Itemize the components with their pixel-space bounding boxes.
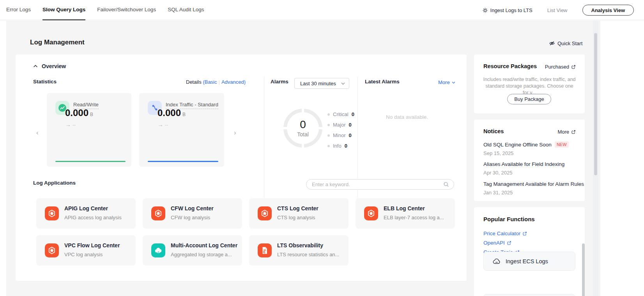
stat-trend: →-- (157, 121, 168, 128)
log-management-page: Error Logs Slow Query Logs Failover/Swit… (0, 0, 644, 296)
topbar-actions: Ingest Logs to LTS List View Analysis Vi… (482, 0, 634, 20)
alarm-time-range-value: Last 30 minutes (300, 81, 336, 86)
latest-alarms-empty-text: No data available. (386, 114, 428, 120)
alarm-total-value: 0 (300, 119, 306, 130)
app-card-cts-log-center[interactable]: CTS Log Center CTS log analysis (249, 198, 349, 229)
stat-accent-line (55, 161, 126, 162)
alarm-total: 0 Total (283, 109, 322, 148)
notices-more-link[interactable]: More (557, 129, 576, 135)
app-desc: LTS resource statistics an... (277, 252, 343, 257)
app-desc: VPC log analysis (64, 252, 131, 257)
overview-collapse-toggle[interactable]: Overview (33, 63, 66, 69)
app-title: LTS Observability (277, 242, 323, 248)
external-link-icon (571, 130, 576, 134)
tab-slow-query-logs[interactable]: Slow Query Logs (42, 0, 85, 20)
alarms-label: Alarms (271, 79, 288, 85)
analysis-view-toggle[interactable]: Analysis View (582, 5, 634, 16)
notice-date: Jan 31, 2025 (483, 190, 577, 196)
top-tab-bar: Error Logs Slow Query Logs Failover/Swit… (0, 0, 644, 20)
details-advanced-link[interactable]: Advanced) (221, 79, 246, 85)
popular-functions-scrollbar[interactable] (582, 243, 585, 296)
app-desc: APIG access log analysis (64, 215, 131, 220)
log-type-tabs: Error Logs Slow Query Logs Failover/Swit… (6, 0, 204, 20)
hexagon-star-icon (364, 206, 378, 220)
app-card-vpc-flow-log-center[interactable]: VPC Flow Log Center VPC log analysis (36, 235, 136, 266)
quick-item-partial[interactable] (483, 294, 575, 296)
app-card-multi-account-log-center[interactable]: Multi-Account Log Center Aggregated log … (143, 235, 242, 266)
buy-package-button[interactable]: Buy Package (507, 94, 551, 104)
stat-unit: B (182, 112, 186, 117)
quick-start-toggle[interactable]: Quick Start (549, 40, 582, 46)
cloud-outline-icon (492, 258, 501, 265)
notice-item[interactable]: Aliases Available for Field Indexing Apr… (483, 161, 577, 176)
gear-icon (482, 7, 488, 13)
resource-packages-description: Includes read/write traffic, index traff… (483, 76, 576, 96)
ingest-logs-to-lts-link[interactable]: Ingest Logs to LTS (482, 7, 533, 13)
app-card-elb-log-center[interactable]: ELB Log Center ELB layer-7 access log a.… (356, 198, 455, 229)
app-title: CTS Log Center (277, 205, 318, 211)
search-input[interactable] (306, 181, 443, 187)
legend-dot (327, 113, 330, 116)
page-scrollbar[interactable] (594, 33, 597, 175)
app-card-cfw-log-center[interactable]: CFW Log Center CFW log analysis (143, 198, 242, 229)
chevron-down-icon (452, 81, 455, 84)
statistics-label: Statistics (33, 79, 57, 85)
latest-alarms-label: Latest Alarms (365, 79, 400, 85)
app-card-apig-log-center[interactable]: APIG Log Center APIG access log analysis (36, 198, 136, 229)
carousel-left-arrow[interactable]: ‹ (36, 129, 39, 137)
tab-failover-switchover-logs[interactable]: Failover/Switchover Logs (97, 0, 156, 20)
notice-title-text: Old SQL Engine Offline Soon (483, 142, 552, 148)
new-badge: NEW (555, 141, 569, 148)
app-title: Multi-Account Log Center (171, 242, 237, 248)
eye-off-icon (549, 40, 555, 46)
hexagon-star-icon (45, 206, 59, 220)
chevron-down-icon (341, 82, 345, 85)
alarm-time-range-select[interactable]: Last 30 minutes (294, 78, 349, 89)
list-view-toggle[interactable]: List View (547, 7, 568, 13)
notice-item[interactable]: Old SQL Engine Offline Soon NEW Sep 15, … (483, 141, 577, 156)
purchased-link[interactable]: Purchased (545, 64, 576, 70)
app-title: VPC Flow Log Center (64, 242, 120, 248)
search-icon[interactable] (443, 181, 449, 187)
app-title: APIG Log Center (64, 205, 108, 211)
legend-item-major: Major 0 (327, 122, 354, 128)
legend-item-critical: Critical 0 (327, 111, 354, 117)
notice-date: Apr 30, 2025 (483, 170, 577, 176)
carousel-right-arrow[interactable]: › (234, 129, 236, 137)
app-desc: CFW log analysis (171, 215, 237, 220)
app-card-lts-observability[interactable]: LTS Observability LTS resource statistic… (249, 235, 349, 266)
legend-dot (327, 124, 330, 126)
external-link-icon (571, 65, 576, 69)
notices-title: Notices (483, 128, 504, 134)
stat-unit: B (90, 112, 93, 117)
stat-card-read-write[interactable]: Read/Write 0.000B →-- (47, 93, 131, 167)
details-separator: | (217, 79, 221, 85)
overview-title: Overview (42, 63, 66, 69)
notice-title-text: Aliases Available for Field Indexing (483, 161, 564, 167)
notice-date: Sep 15, 2025 (483, 150, 577, 156)
latest-alarms-more-link[interactable]: More (438, 79, 455, 85)
price-calculator-link[interactable]: Price Calculator (483, 229, 527, 238)
ingest-ecs-logs-label: Ingest ECS Logs (506, 258, 548, 264)
stat-card-index-traffic[interactable]: Index Traffic - Standard 0.000B →-- (139, 93, 224, 167)
doc-search-icon (258, 243, 272, 257)
legend-item-minor: Minor 0 (327, 132, 354, 138)
application-search (306, 179, 454, 190)
tab-sql-audit-logs[interactable]: SQL Audit Logs (168, 0, 204, 20)
popular-functions-title: Popular Functions (483, 216, 535, 222)
openapi-link[interactable]: OpenAPI (483, 238, 511, 248)
notice-item[interactable]: Tag Management Available for Alarm Rules… (483, 181, 577, 196)
statistics-details-switch: Details (Basic|Advanced) (186, 79, 246, 85)
alarm-legend: Critical 0 Major 0 Minor 0 Info 0 (327, 111, 354, 149)
details-basic-link[interactable]: (Basic (203, 79, 217, 85)
tab-error-logs[interactable]: Error Logs (6, 0, 31, 20)
legend-item-info: Info 0 (327, 143, 354, 149)
alarm-total-label: Total (297, 131, 309, 137)
hexagon-star-icon (258, 206, 272, 220)
details-label: Details (186, 79, 202, 85)
overview-card: Overview Statistics Details (Basic|Advan… (16, 55, 467, 281)
external-link-icon (522, 231, 527, 236)
ingest-ecs-logs-button[interactable]: Ingest ECS Logs (483, 252, 575, 271)
popular-functions-card: Popular Functions Price Calculator OpenA… (474, 207, 585, 296)
hexagon-star-icon (45, 243, 59, 257)
